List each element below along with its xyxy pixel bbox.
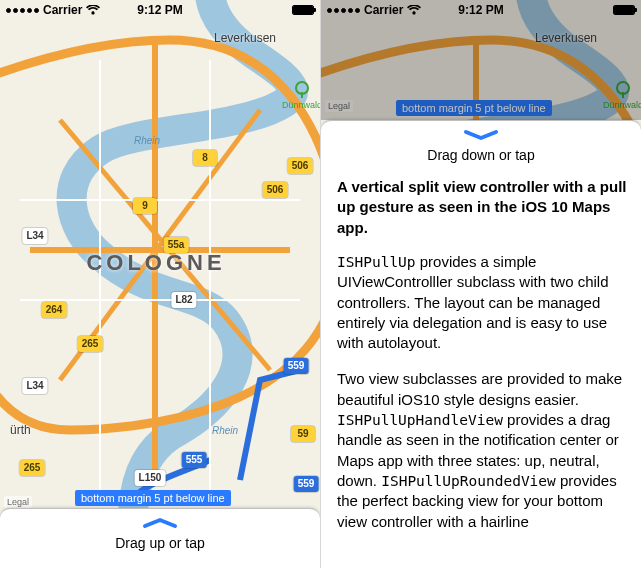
paragraph-1: ISHPullUp provides a simple UIViewContro… (337, 252, 629, 354)
shield-L150: L150 (135, 470, 166, 486)
shield-59: 59 (291, 426, 315, 442)
paragraph-2: Two view subclasses are provided to make… (337, 369, 629, 532)
code-handleview: ISHPullUpHandleView (337, 412, 503, 428)
shield-265b: 265 (20, 460, 45, 476)
pull-up-sheet[interactable]: Drag up or tap (0, 508, 320, 568)
phone-left: Cologne Leverkusen ürth Brühl Niederkass… (0, 0, 320, 568)
code-roundedview: ISHPullUpRoundedView (381, 473, 556, 489)
map-label-rhein-1: Rhein (134, 135, 160, 146)
map-legal-link[interactable]: Legal (4, 496, 32, 508)
shield-506b: 506 (288, 158, 313, 174)
wifi-icon (407, 5, 421, 15)
carrier-label: Carrier (364, 3, 403, 17)
code-ishpullup: ISHPullUp (337, 254, 416, 270)
carrier-label: Carrier (43, 3, 82, 17)
shield-L34: L34 (22, 228, 47, 244)
signal-strength-icon (6, 8, 39, 13)
shield-L82: L82 (171, 292, 196, 308)
map-view[interactable]: Cologne Leverkusen ürth Brühl Niederkass… (0, 0, 320, 568)
map-label-city: Cologne (86, 250, 225, 276)
shield-506: 506 (263, 182, 288, 198)
park-marker-icon (295, 81, 309, 95)
park-label-dunnwald: Dünnwald (282, 100, 320, 110)
signal-strength-icon (327, 8, 360, 13)
status-bar: Carrier 9:12 PM (0, 0, 320, 20)
phone-right: Leverkusen Dünnwald Legal bottom margin … (321, 0, 641, 568)
drag-handle-down-icon[interactable] (463, 129, 499, 141)
drag-caption: Drag up or tap (0, 535, 320, 551)
shield-55a: 55a (164, 237, 189, 253)
shield-9: 9 (133, 198, 157, 214)
drag-caption: Drag down or tap (321, 147, 641, 163)
shield-559: 559 (284, 358, 309, 374)
map-label-leverkusen: Leverkusen (214, 31, 276, 45)
pull-up-sheet[interactable]: Drag down or tap A vertical split view c… (321, 120, 641, 568)
shield-L34b: L34 (22, 378, 47, 394)
shield-264: 264 (42, 302, 67, 318)
sheet-content: A vertical split view controller with a … (321, 163, 641, 532)
shield-555: 555 (182, 452, 207, 468)
wifi-icon (86, 5, 100, 15)
shield-8: 8 (193, 150, 217, 166)
lead-paragraph: A vertical split view controller with a … (337, 177, 629, 238)
battery-icon (613, 5, 635, 15)
map-label-rhein-2: Rhein (212, 425, 238, 436)
status-bar: Carrier 9:12 PM (321, 0, 641, 20)
shield-265: 265 (78, 336, 103, 352)
battery-icon (292, 5, 314, 15)
shield-559b: 559 (294, 476, 319, 492)
drag-handle-up-icon[interactable] (142, 517, 178, 529)
margin-badge: bottom margin 5 pt below line (75, 490, 231, 506)
map-label-hurth: ürth (10, 423, 31, 437)
